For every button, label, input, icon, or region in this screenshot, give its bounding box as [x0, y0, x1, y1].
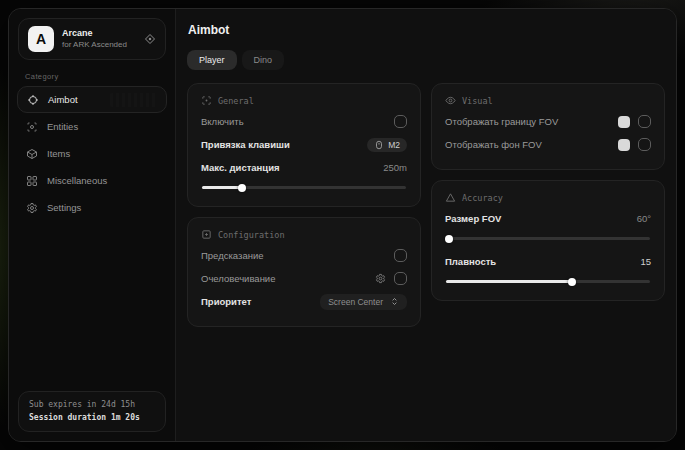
keybind-value: M2 [388, 140, 400, 150]
keybind-button[interactable]: M2 [367, 138, 407, 152]
card-title: Configuration [218, 230, 285, 240]
selector-icon [390, 297, 399, 306]
crosshair-icon [27, 94, 39, 106]
fov-size-label: Размер FOV [445, 213, 501, 224]
smoothness-slider[interactable] [446, 280, 650, 283]
fov-border-checkbox[interactable] [638, 115, 651, 128]
card-title: General [218, 96, 254, 106]
enable-label: Включить [201, 116, 244, 127]
scan-target-icon [201, 95, 212, 106]
gear-icon[interactable] [375, 273, 386, 284]
triangle-icon [445, 192, 456, 203]
sidebar-nav: Aimbot Entities Items [9, 86, 175, 221]
fov-border-color-swatch[interactable] [618, 116, 630, 128]
tab-dino[interactable]: Dino [242, 50, 285, 70]
session-duration-text: Session duration 1m 20s [29, 412, 155, 424]
sub-expires-text: Sub expires in 24d 15h [29, 399, 155, 411]
fov-size-value: 60° [637, 213, 651, 224]
brand-card: A Arcane for ARK Ascended [18, 18, 166, 60]
entities-icon [26, 121, 38, 133]
humanize-checkbox[interactable] [394, 272, 407, 285]
sidebar-item-aimbot[interactable]: Aimbot [17, 86, 167, 113]
fov-border-label: Отображать границу FOV [445, 116, 558, 127]
app-subtitle: for ARK Ascended [62, 40, 136, 50]
sidebar-item-label: Entities [47, 121, 78, 132]
prediction-checkbox[interactable] [394, 249, 407, 262]
smoothness-value: 15 [640, 256, 651, 267]
app-window: A Arcane for ARK Ascended Category Aimbo… [8, 8, 677, 442]
configuration-card: Configuration Предсказание Очеловечивани… [187, 217, 421, 327]
slider-thumb[interactable] [568, 278, 576, 286]
humanize-label: Очеловечивание [201, 273, 275, 284]
max-distance-value: 250m [383, 162, 407, 173]
priority-value: Screen Center [328, 297, 383, 307]
page-title: Aimbot [188, 23, 665, 37]
mouse-icon [374, 140, 384, 150]
card-title: Accuracy [462, 193, 503, 203]
visual-card: Visual Отображать границу FOV Отображать… [431, 83, 665, 170]
config-box-icon [201, 229, 212, 240]
app-logo: A [28, 26, 54, 52]
slider-thumb[interactable] [238, 184, 246, 192]
slider-thumb[interactable] [445, 235, 453, 243]
fov-size-slider[interactable] [446, 237, 650, 240]
sidebar-item-settings[interactable]: Settings [17, 194, 167, 221]
enable-checkbox[interactable] [394, 115, 407, 128]
fov-bg-checkbox[interactable] [638, 138, 651, 151]
gear-icon [26, 202, 38, 214]
accuracy-card: Accuracy Размер FOV 60° Плавность [431, 180, 665, 301]
category-label: Category [25, 72, 159, 81]
general-card: General Включить Привязка клавиши [187, 83, 421, 207]
main-panel: Aimbot Player Dino General [176, 9, 676, 441]
target-icon[interactable] [144, 33, 156, 45]
priority-dropdown[interactable]: Screen Center [320, 294, 407, 310]
sidebar-item-label: Settings [47, 202, 81, 213]
sidebar-item-items[interactable]: Items [17, 140, 167, 167]
subscription-status-card: Sub expires in 24d 15h Session duration … [18, 391, 166, 432]
sidebar-item-label: Aimbot [48, 94, 78, 105]
sidebar-item-label: Items [47, 148, 70, 159]
app-name: Arcane [62, 28, 136, 39]
tab-player[interactable]: Player [187, 50, 237, 70]
smoothness-label: Плавность [445, 256, 496, 267]
max-distance-slider[interactable] [202, 186, 406, 189]
keybind-label: Привязка клавиши [201, 139, 290, 150]
eye-icon [445, 95, 456, 106]
grid-icon [26, 175, 38, 187]
sidebar: A Arcane for ARK Ascended Category Aimbo… [9, 9, 176, 441]
max-distance-label: Макс. дистанция [201, 162, 280, 173]
package-icon [26, 148, 38, 160]
sidebar-item-label: Miscellaneous [47, 175, 107, 186]
fov-bg-label: Отображать фон FOV [445, 139, 542, 150]
sidebar-item-entities[interactable]: Entities [17, 113, 167, 140]
tab-bar: Player Dino [187, 50, 665, 70]
fov-bg-color-swatch[interactable] [618, 139, 630, 151]
prediction-label: Предсказание [201, 250, 264, 261]
active-item-watermark [110, 93, 158, 107]
card-title: Visual [462, 96, 493, 106]
sidebar-item-miscellaneous[interactable]: Miscellaneous [17, 167, 167, 194]
priority-label: Приоритет [201, 296, 251, 307]
